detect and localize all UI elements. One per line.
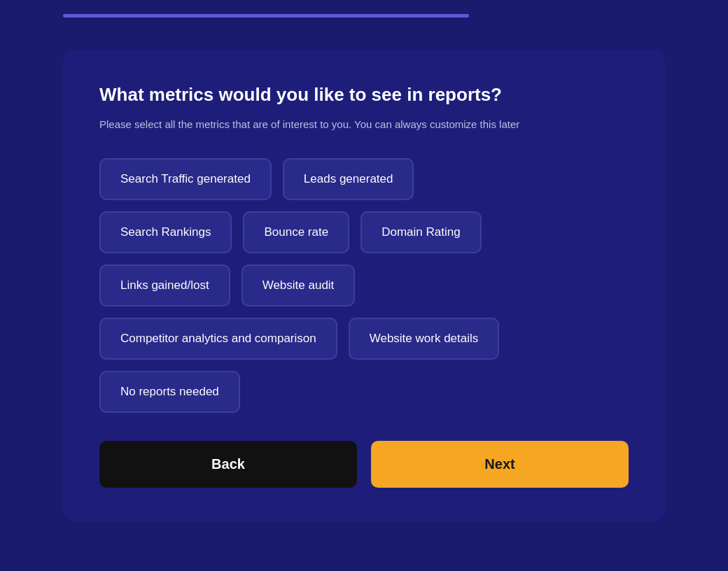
option-domain-rating[interactable]: Domain Rating — [360, 211, 481, 253]
options-row-4: Competitor analytics and comparison Webs… — [99, 318, 629, 360]
option-bounce-rate[interactable]: Bounce rate — [243, 211, 349, 253]
question-subtitle: Please select all the metrics that are o… — [99, 117, 629, 133]
options-row-2: Search Rankings Bounce rate Domain Ratin… — [99, 211, 629, 253]
option-leads-generated[interactable]: Leads generated — [283, 158, 414, 200]
option-competitor-analytics[interactable]: Competitor analytics and comparison — [99, 318, 337, 360]
next-button[interactable]: Next — [371, 441, 629, 488]
option-website-audit[interactable]: Website audit — [241, 265, 356, 306]
page-container: What metrics would you like to see in re… — [0, 0, 728, 571]
option-website-work-details[interactable]: Website work details — [349, 318, 500, 360]
options-row-1: Search Traffic generated Leads generated — [99, 158, 629, 200]
option-links-gained-lost[interactable]: Links gained/lost — [99, 265, 230, 306]
back-button[interactable]: Back — [99, 441, 357, 488]
progress-bar — [63, 14, 469, 17]
option-search-rankings[interactable]: Search Rankings — [99, 211, 232, 253]
option-no-reports-needed[interactable]: No reports needed — [99, 371, 240, 413]
options-container: Search Traffic generated Leads generated… — [99, 158, 629, 413]
option-search-traffic[interactable]: Search Traffic generated — [99, 158, 272, 200]
main-card: What metrics would you like to see in re… — [63, 50, 665, 521]
footer-buttons: Back Next — [99, 441, 629, 488]
question-title: What metrics would you like to see in re… — [99, 83, 629, 107]
options-row-3: Links gained/lost Website audit — [99, 265, 629, 306]
options-row-5: No reports needed — [99, 371, 629, 413]
